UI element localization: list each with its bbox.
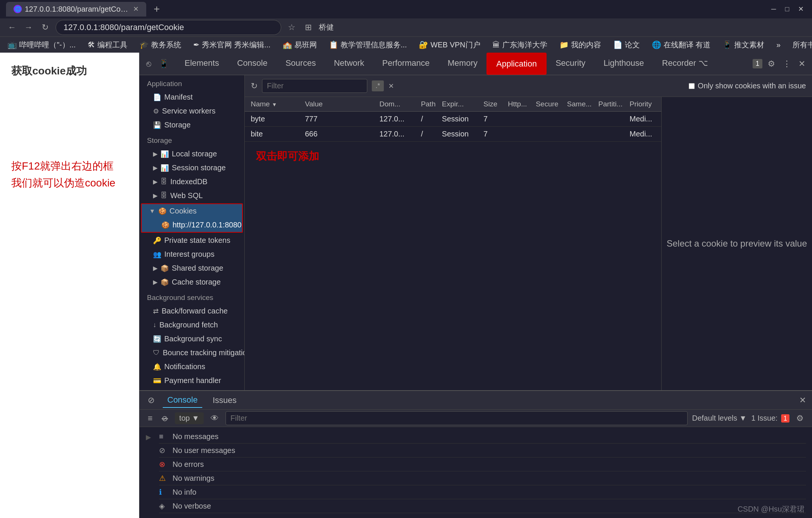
- filter-checkbox-area: Only show cookies with an issue: [689, 82, 806, 90]
- sidebar-item-session-storage[interactable]: ▶ 📊 Session storage: [139, 161, 244, 175]
- tab-sources[interactable]: Sources: [276, 53, 325, 75]
- indexeddb-icon: 🗄: [161, 178, 167, 186]
- bookmark-gdou[interactable]: 🏛 广东海洋大学: [489, 38, 550, 51]
- devtools-toolbar: ⎋ 📱 Elements Console Sources Network Per…: [139, 53, 812, 75]
- bookmark-edu[interactable]: 🎓 教务系统: [136, 38, 184, 51]
- sidebar-item-shared-storage[interactable]: ▶ 📦 Shared storage: [139, 261, 244, 275]
- close-button[interactable]: ✕: [795, 4, 806, 14]
- tab-console-bottom[interactable]: Console: [163, 393, 202, 408]
- sidebar-item-payment-handler[interactable]: 💳 Payment handler: [139, 374, 244, 388]
- console-sidebar-icon[interactable]: ≡: [145, 411, 155, 426]
- tab-close-btn[interactable]: ✕: [133, 5, 139, 13]
- bookmark-button[interactable]: ☆: [286, 23, 298, 32]
- bookmark-coding[interactable]: 🛠 编程工具: [85, 38, 130, 51]
- col-header-secure[interactable]: Secure: [533, 100, 564, 108]
- expand-cache-storage-arrow: ▶: [153, 279, 158, 286]
- console-context-selector[interactable]: top ▼: [175, 412, 204, 424]
- filter-clear-button[interactable]: ✕: [388, 82, 394, 90]
- back-button[interactable]: ←: [6, 23, 18, 32]
- tab-memory[interactable]: Memory: [439, 53, 486, 75]
- sidebar-item-background-fetch[interactable]: ↓ Background fetch: [139, 318, 244, 332]
- new-tab-button[interactable]: +: [149, 2, 164, 17]
- bookmark-translate[interactable]: 🌐 在线翻译 有道: [649, 38, 714, 51]
- bookmark-content[interactable]: 📁 我的内容: [556, 38, 604, 51]
- sidebar-item-indexeddb[interactable]: ▶ 🗄 IndexedDB: [139, 175, 244, 189]
- tab-console[interactable]: Console: [228, 53, 277, 75]
- col-header-expires[interactable]: Expir...: [439, 100, 480, 108]
- tab-recorder[interactable]: Recorder ⌥: [653, 53, 717, 75]
- active-tab[interactable]: 🌐 127.0.0.1:8080/param/getCoo... ✕: [6, 2, 146, 17]
- tab-security[interactable]: Security: [547, 53, 594, 75]
- sidebar-item-manifest-label: Manifest: [164, 93, 193, 101]
- minimize-button[interactable]: ─: [768, 4, 779, 14]
- col-header-size[interactable]: Size: [480, 100, 505, 108]
- filter-refresh-button[interactable]: ↻: [251, 81, 258, 91]
- console-filter-input[interactable]: [226, 411, 688, 425]
- more-options-icon[interactable]: ⋮: [780, 57, 793, 71]
- sidebar-item-bounce-tracking[interactable]: 🛡 Bounce tracking mitigatio...: [139, 346, 244, 360]
- sidebar-item-local-storage[interactable]: ▶ 📊 Local storage: [139, 147, 244, 161]
- col-header-value[interactable]: Value: [300, 100, 376, 108]
- tab-network[interactable]: Network: [325, 53, 373, 75]
- settings-icon[interactable]: ⚙: [765, 57, 777, 71]
- cookie-row-byte[interactable]: byte 777 127.0... / Session 7 Medi..: [245, 112, 661, 127]
- forward-button[interactable]: →: [23, 23, 35, 32]
- tab-performance[interactable]: Performance: [373, 53, 439, 75]
- profile-button[interactable]: 桥健: [319, 22, 334, 32]
- sidebar-item-cookie-url[interactable]: 🍪 http://127.0.0.1:8080: [142, 218, 242, 232]
- console-clear-icon[interactable]: ⊘: [145, 393, 157, 407]
- sidebar-item-private-state[interactable]: 🔑 Private state tokens: [139, 233, 244, 247]
- filter-regex-button[interactable]: .*: [372, 80, 384, 91]
- sidebar-item-back-forward[interactable]: ⇄ Back/forward cache: [139, 304, 244, 318]
- sidebar-item-service-workers[interactable]: ⚙ Service workers: [139, 104, 244, 118]
- maximize-button[interactable]: □: [782, 4, 792, 14]
- console-settings-icon[interactable]: ⚙: [794, 411, 806, 426]
- col-header-partiti[interactable]: Partiti...: [595, 100, 627, 108]
- tab-application[interactable]: Application: [486, 53, 547, 75]
- close-devtools-icon[interactable]: ✕: [796, 57, 807, 71]
- col-header-name[interactable]: Name ▼: [245, 100, 300, 108]
- only-issues-checkbox[interactable]: [689, 83, 695, 89]
- col-header-same[interactable]: Same...: [564, 100, 595, 108]
- col-header-priority[interactable]: Priority: [627, 100, 661, 108]
- console-block-icon[interactable]: ⊘: [159, 412, 170, 425]
- main-area: 获取cookie成功 按F12就弹出右边的框 我们就可以伪造cookie ⎋ 📱…: [0, 53, 812, 518]
- cookies-table-area: Name ▼ Value Dom... Path Expir... Size H…: [245, 97, 662, 390]
- sidebar-item-background-sync[interactable]: 🔄 Background sync: [139, 332, 244, 346]
- reload-button[interactable]: ↻: [39, 23, 51, 32]
- sidebar-item-websql[interactable]: ▶ 🗄 Web SQL: [139, 189, 244, 203]
- sidebar-item-interest-groups[interactable]: 👥 Interest groups: [139, 247, 244, 261]
- console-close-button[interactable]: ✕: [799, 395, 806, 405]
- col-header-path[interactable]: Path: [418, 100, 439, 108]
- cookies-table-body: byte 777 127.0... / Session 7 Medi..: [245, 112, 661, 171]
- sidebar-item-periodic-sync[interactable]: 🕐 Periodic background sync: [139, 388, 244, 390]
- sidebar-item-cookies[interactable]: ▼ 🍪 Cookies: [142, 204, 242, 218]
- tab-elements[interactable]: Elements: [176, 53, 228, 75]
- inspect-element-icon[interactable]: ⎋: [144, 57, 153, 71]
- console-level-selector[interactable]: Default levels ▼: [692, 414, 747, 423]
- bookmark-xiumi[interactable]: ✒ 秀米官网 秀米编辑...: [190, 38, 273, 51]
- console-expand-icon[interactable]: ▶: [145, 430, 151, 515]
- address-input[interactable]: 127.0.0.1:8080/param/getCookie: [56, 20, 281, 35]
- console-eye-icon[interactable]: 👁: [208, 411, 221, 426]
- bookmark-more[interactable]: »: [773, 39, 783, 51]
- bookmark-all[interactable]: 所有书签: [789, 38, 812, 51]
- device-toolbar-icon[interactable]: 📱: [156, 57, 171, 71]
- tab-issues-bottom[interactable]: Issues: [208, 393, 241, 407]
- tab-lighthouse[interactable]: Lighthouse: [594, 53, 653, 75]
- sidebar-item-manifest[interactable]: 📄 Manifest: [139, 90, 244, 104]
- cookie-row-bite[interactable]: bite 666 127.0... / Session 7 Medi..: [245, 127, 661, 142]
- sidebar-item-cache-storage[interactable]: ▶ 📦 Cache storage: [139, 275, 244, 289]
- bookmark-vpn[interactable]: 🔐 WEB VPN门户: [416, 38, 483, 51]
- bookmark-wechat[interactable]: 📱 推文素材: [720, 38, 767, 51]
- filter-input[interactable]: [262, 79, 367, 93]
- sidebar-item-storage[interactable]: 💾 Storage: [139, 118, 244, 132]
- bookmark-paper[interactable]: 📄 论文: [610, 38, 643, 51]
- extensions-button[interactable]: ⊞: [302, 23, 314, 32]
- col-header-http[interactable]: Http...: [505, 100, 533, 108]
- col-header-domain[interactable]: Dom...: [376, 100, 418, 108]
- sidebar-item-notifications[interactable]: 🔔 Notifications: [139, 360, 244, 374]
- bookmark-bilibili[interactable]: 📺 哔哩哔哩（"-）...: [5, 38, 79, 51]
- bookmark-yiban[interactable]: 🏫 易班网: [280, 38, 320, 51]
- bookmark-teach[interactable]: 📋 教学管理信息服务...: [326, 38, 410, 51]
